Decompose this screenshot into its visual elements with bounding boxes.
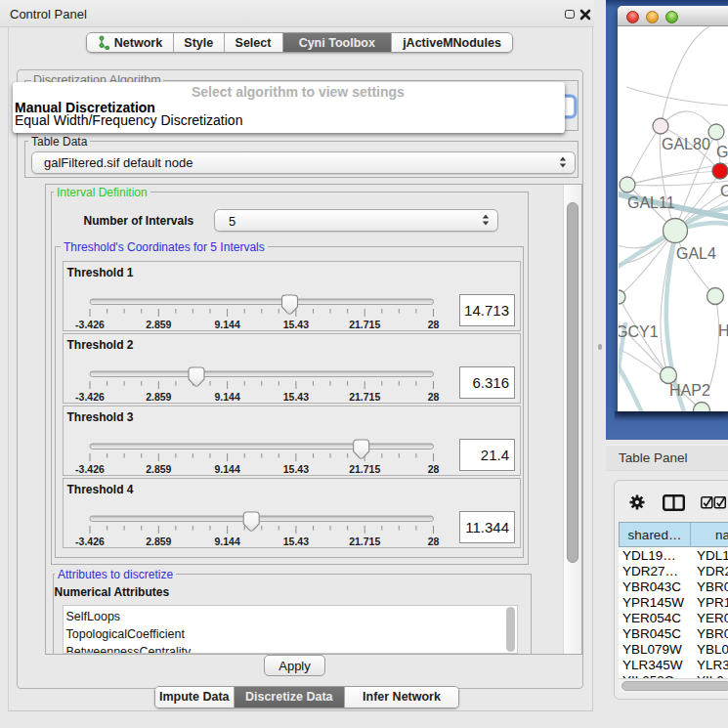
svg-text:2.859: 2.859 [146, 535, 171, 547]
svg-text:-3.426: -3.426 [75, 535, 105, 547]
svg-text:9.144: 9.144 [214, 535, 239, 547]
svg-text:15.43: 15.43 [282, 463, 308, 475]
svg-text:28: 28 [427, 391, 439, 403]
svg-text:21.715: 21.715 [349, 535, 380, 547]
svg-text:GAL80: GAL80 [662, 136, 710, 152]
svg-text:15.43: 15.43 [282, 535, 308, 547]
svg-text:HI: HI [718, 322, 728, 339]
svg-text:28: 28 [427, 535, 439, 547]
svg-text:21.715: 21.715 [349, 391, 380, 403]
svg-text:GA: GA [716, 144, 728, 160]
svg-text:15.43: 15.43 [282, 319, 308, 330]
svg-text:2.859: 2.859 [146, 319, 171, 330]
svg-text:28: 28 [427, 319, 439, 330]
svg-text:2.859: 2.859 [146, 391, 171, 403]
svg-text:21.715: 21.715 [349, 319, 380, 330]
svg-text:-3.426: -3.426 [75, 463, 105, 475]
svg-text:9.144: 9.144 [214, 463, 239, 475]
svg-text:-3.426: -3.426 [75, 391, 105, 403]
svg-text:GAL11: GAL11 [627, 194, 675, 211]
svg-text:-3.426: -3.426 [75, 319, 105, 330]
svg-text:28: 28 [427, 463, 439, 475]
svg-text:9.144: 9.144 [214, 391, 239, 403]
svg-text:15.43: 15.43 [282, 391, 308, 403]
svg-text:GAL4: GAL4 [676, 245, 716, 262]
svg-text:GCY1: GCY1 [619, 323, 659, 340]
svg-text:CY: CY [720, 183, 728, 199]
svg-text:2.859: 2.859 [146, 463, 171, 475]
svg-text:9.144: 9.144 [214, 319, 239, 330]
svg-text:21.715: 21.715 [349, 463, 380, 475]
svg-text:HAP2: HAP2 [669, 382, 710, 399]
